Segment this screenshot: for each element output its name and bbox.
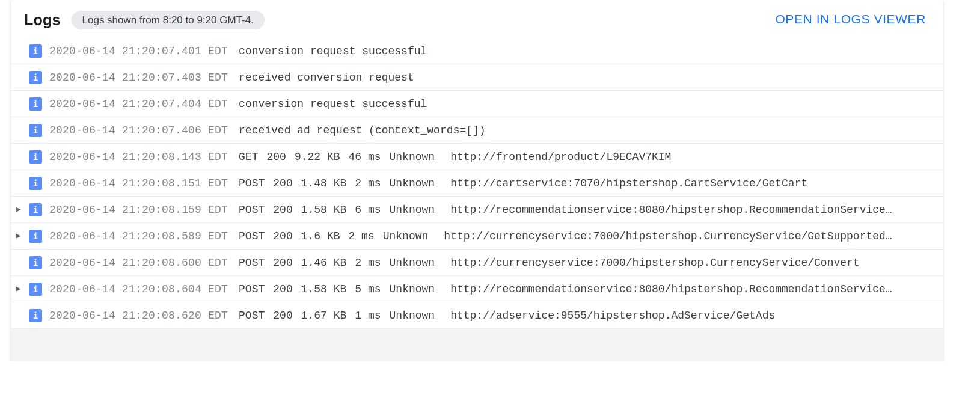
severity-info-icon: i	[29, 230, 42, 243]
http-summary: POST2001.48 KB2 msUnknownhttp://cartserv…	[239, 177, 932, 189]
http-size: 1.46 KB	[301, 257, 347, 269]
panel-footer	[11, 329, 943, 361]
log-message: received ad request (context_words=[])	[239, 124, 932, 136]
http-status: 200	[273, 177, 292, 189]
expand-toggle-icon[interactable]: ▶	[14, 285, 23, 293]
open-in-logs-viewer-link[interactable]: OPEN IN LOGS VIEWER	[775, 12, 926, 26]
http-summary: POST2001.6 KB2 msUnknownhttp://currencys…	[239, 230, 932, 242]
severity-info-icon: i	[29, 177, 42, 190]
http-summary: GET2009.22 KB46 msUnknownhttp://frontend…	[239, 151, 932, 163]
http-latency: 5 ms	[355, 283, 381, 295]
log-rows: i2020-06-14 21:20:07.401 EDTconversion r…	[11, 38, 943, 329]
log-row[interactable]: i2020-06-14 21:20:08.620 EDTPOST2001.67 …	[11, 302, 943, 329]
log-row[interactable]: ▶i2020-06-14 21:20:08.589 EDTPOST2001.6 …	[11, 223, 943, 250]
http-latency: 2 ms	[355, 177, 381, 189]
log-row[interactable]: i2020-06-14 21:20:07.404 EDTconversion r…	[11, 91, 943, 117]
http-status: 200	[273, 230, 292, 242]
severity-info-icon: i	[29, 150, 42, 164]
http-status: 200	[266, 151, 286, 163]
http-method: POST	[239, 177, 265, 189]
http-size: 1.58 KB	[301, 204, 347, 216]
http-latency: 1 ms	[355, 310, 381, 322]
severity-info-icon: i	[29, 256, 42, 269]
http-latency: 2 ms	[355, 257, 381, 269]
http-latency: 6 ms	[355, 204, 381, 216]
log-message: received conversion request	[239, 72, 932, 84]
http-status: 200	[273, 283, 292, 295]
http-latency: 2 ms	[349, 230, 375, 242]
http-method: POST	[239, 310, 265, 322]
log-timestamp: 2020-06-14 21:20:08.589 EDT	[49, 230, 228, 242]
log-timestamp: 2020-06-14 21:20:07.404 EDT	[49, 98, 228, 110]
severity-info-icon: i	[29, 283, 42, 296]
log-message: conversion request successful	[239, 45, 932, 57]
http-size: 9.22 KB	[295, 151, 340, 163]
log-timestamp: 2020-06-14 21:20:08.600 EDT	[49, 257, 228, 269]
log-timestamp: 2020-06-14 21:20:07.406 EDT	[49, 124, 228, 136]
http-latency: 46 ms	[349, 151, 381, 163]
http-summary: POST2001.58 KB6 msUnknownhttp://recommen…	[239, 204, 932, 216]
http-agent: Unknown	[383, 230, 429, 242]
log-row[interactable]: i2020-06-14 21:20:08.151 EDTPOST2001.48 …	[11, 170, 943, 197]
http-summary: POST2001.58 KB5 msUnknownhttp://recommen…	[239, 283, 932, 295]
http-agent: Unknown	[390, 257, 435, 269]
log-timestamp: 2020-06-14 21:20:08.151 EDT	[49, 177, 228, 189]
log-timestamp: 2020-06-14 21:20:08.159 EDT	[49, 204, 228, 216]
http-url: http://frontend/product/L9ECAV7KIM	[450, 151, 932, 163]
log-timestamp: 2020-06-14 21:20:07.401 EDT	[49, 45, 228, 57]
log-row[interactable]: ▶i2020-06-14 21:20:08.159 EDTPOST2001.58…	[11, 197, 943, 223]
http-method: POST	[239, 257, 265, 269]
http-agent: Unknown	[390, 151, 435, 163]
severity-info-icon: i	[29, 71, 42, 84]
http-size: 1.48 KB	[301, 177, 347, 189]
log-row[interactable]: ▶i2020-06-14 21:20:08.604 EDTPOST2001.58…	[11, 276, 943, 302]
http-url: http://recommendationservice:8080/hipste…	[450, 204, 932, 216]
expand-toggle-icon[interactable]: ▶	[14, 206, 23, 213]
page-title: Logs	[24, 11, 61, 29]
severity-info-icon: i	[29, 97, 42, 111]
http-status: 200	[273, 310, 292, 322]
log-row[interactable]: i2020-06-14 21:20:07.403 EDTreceived con…	[11, 64, 943, 91]
http-method: POST	[239, 283, 265, 295]
http-status: 200	[273, 204, 292, 216]
severity-info-icon: i	[29, 124, 42, 137]
time-range-chip[interactable]: Logs shown from 8:20 to 9:20 GMT-4.	[72, 11, 265, 29]
severity-info-icon: i	[29, 309, 42, 322]
http-agent: Unknown	[390, 204, 435, 216]
http-method: POST	[239, 230, 265, 242]
http-url: http://cartservice:7070/hipstershop.Cart…	[450, 177, 932, 189]
http-agent: Unknown	[390, 283, 435, 295]
http-summary: POST2001.46 KB2 msUnknownhttp://currency…	[239, 257, 932, 269]
severity-info-icon: i	[29, 44, 42, 58]
http-method: GET	[239, 151, 258, 163]
log-timestamp: 2020-06-14 21:20:07.403 EDT	[49, 72, 228, 84]
log-timestamp: 2020-06-14 21:20:08.604 EDT	[49, 283, 228, 295]
expand-toggle-icon[interactable]: ▶	[14, 232, 23, 240]
severity-info-icon: i	[29, 203, 42, 216]
http-status: 200	[273, 257, 292, 269]
http-size: 1.67 KB	[301, 310, 347, 322]
http-size: 1.6 KB	[301, 230, 340, 242]
http-method: POST	[239, 204, 265, 216]
logs-panel: Logs Logs shown from 8:20 to 9:20 GMT-4.…	[11, 0, 943, 361]
http-url: http://recommendationservice:8080/hipste…	[450, 283, 932, 295]
http-size: 1.58 KB	[301, 283, 347, 295]
http-agent: Unknown	[390, 310, 435, 322]
logs-header: Logs Logs shown from 8:20 to 9:20 GMT-4.…	[11, 0, 943, 38]
http-url: http://currencyservice:7000/hipstershop.…	[450, 257, 932, 269]
log-row[interactable]: i2020-06-14 21:20:08.143 EDTGET2009.22 K…	[11, 144, 943, 170]
http-url: http://adservice:9555/hipstershop.AdServ…	[450, 310, 932, 322]
log-row[interactable]: i2020-06-14 21:20:07.401 EDTconversion r…	[11, 38, 943, 64]
log-row[interactable]: i2020-06-14 21:20:08.600 EDTPOST2001.46 …	[11, 250, 943, 276]
http-agent: Unknown	[390, 177, 435, 189]
log-message: conversion request successful	[239, 98, 932, 110]
log-row[interactable]: i2020-06-14 21:20:07.406 EDTreceived ad …	[11, 117, 943, 144]
log-timestamp: 2020-06-14 21:20:08.143 EDT	[49, 151, 228, 163]
log-timestamp: 2020-06-14 21:20:08.620 EDT	[49, 310, 228, 322]
http-summary: POST2001.67 KB1 msUnknownhttp://adservic…	[239, 310, 932, 322]
http-url: http://currencyservice:7000/hipstershop.…	[444, 230, 932, 242]
